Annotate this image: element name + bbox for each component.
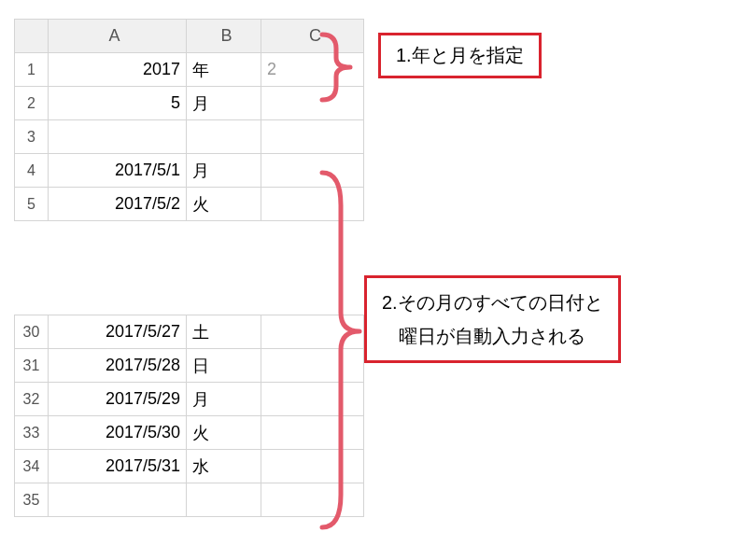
brace-icon-2 — [317, 168, 364, 532]
cell-A32[interactable]: 2017/5/29 — [49, 383, 187, 416]
annotation-2-line2: 曜日が自動入力される — [399, 326, 585, 346]
cell-A3[interactable] — [49, 120, 187, 154]
brace-icon-1 — [317, 30, 355, 105]
row-header-1[interactable]: 1 — [15, 53, 49, 87]
table-row: 4 2017/5/1 月 — [15, 154, 364, 188]
row-header-31[interactable]: 31 — [15, 349, 49, 383]
row-header-34[interactable]: 34 — [15, 450, 49, 483]
spreadsheet-bottom[interactable]: 30 2017/5/27 土 31 2017/5/28 日 32 2017/5/… — [14, 315, 364, 517]
column-header-row: A B C — [15, 20, 364, 53]
cell-A34[interactable]: 2017/5/31 — [49, 450, 187, 483]
row-header-33[interactable]: 33 — [15, 416, 49, 450]
cell-A5[interactable]: 2017/5/2 — [49, 188, 187, 221]
annotation-2: 2.その月のすべての日付と 曜日が自動入力される — [364, 275, 621, 363]
cell-B3[interactable] — [187, 120, 261, 154]
cell-B35[interactable] — [187, 483, 261, 517]
row-header-3[interactable]: 3 — [15, 120, 49, 154]
cell-B2[interactable]: 月 — [187, 87, 261, 120]
cell-B1[interactable]: 年 — [187, 53, 261, 87]
cell-C3[interactable] — [261, 120, 364, 154]
col-header-A[interactable]: A — [49, 20, 187, 53]
cell-B30[interactable]: 土 — [187, 315, 261, 349]
row-header-2[interactable]: 2 — [15, 87, 49, 120]
table-row: 30 2017/5/27 土 — [15, 315, 364, 349]
cell-A1[interactable]: 2017 — [49, 53, 187, 87]
row-header-35[interactable]: 35 — [15, 483, 49, 517]
cell-A35[interactable] — [49, 483, 187, 517]
row-header-32[interactable]: 32 — [15, 383, 49, 416]
cell-A30[interactable]: 2017/5/27 — [49, 315, 187, 349]
cell-A4[interactable]: 2017/5/1 — [49, 154, 187, 188]
row-header-4[interactable]: 4 — [15, 154, 49, 188]
table-row: 2 5 月 — [15, 87, 364, 120]
table-row: 3 — [15, 120, 364, 154]
table-row: 33 2017/5/30 火 — [15, 416, 364, 450]
table-row: 34 2017/5/31 水 — [15, 450, 364, 483]
partial-text: 2 — [267, 60, 276, 78]
cell-B32[interactable]: 月 — [187, 383, 261, 416]
table-row: 31 2017/5/28 日 — [15, 349, 364, 383]
cell-B5[interactable]: 火 — [187, 188, 261, 221]
cell-A31[interactable]: 2017/5/28 — [49, 349, 187, 383]
table-row: 32 2017/5/29 月 — [15, 383, 364, 416]
cell-B34[interactable]: 水 — [187, 450, 261, 483]
cell-B31[interactable]: 日 — [187, 349, 261, 383]
annotation-1: 1.年と月を指定 — [378, 33, 542, 78]
cell-B4[interactable]: 月 — [187, 154, 261, 188]
cell-B33[interactable]: 火 — [187, 416, 261, 450]
table-row: 5 2017/5/2 火 — [15, 188, 364, 221]
cell-A33[interactable]: 2017/5/30 — [49, 416, 187, 450]
table-row: 35 — [15, 483, 364, 517]
row-header-30[interactable]: 30 — [15, 315, 49, 349]
table-row: 1 2017 年 2 — [15, 53, 364, 87]
corner-cell — [15, 20, 49, 53]
spreadsheet-top[interactable]: A B C 1 2017 年 2 2 5 月 3 4 2017/5/1 月 5 … — [14, 19, 364, 221]
col-header-B[interactable]: B — [187, 20, 261, 53]
row-header-5[interactable]: 5 — [15, 188, 49, 221]
cell-A2[interactable]: 5 — [49, 87, 187, 120]
annotation-2-line1: 2.その月のすべての日付と — [382, 292, 603, 313]
